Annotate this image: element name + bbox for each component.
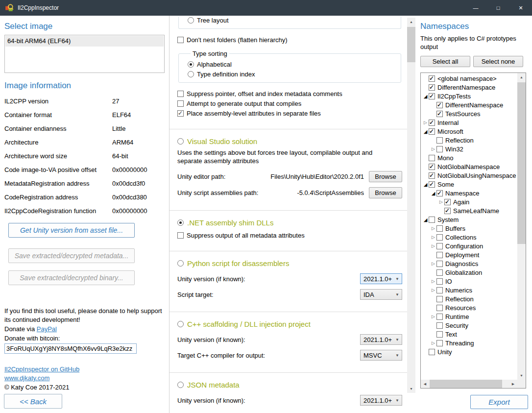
namespace-tree-node[interactable]: Globalization [422,268,517,277]
expander-icon[interactable]: ▷ [430,278,436,285]
back-button[interactable]: << Back [4,394,62,409]
namespace-checkbox[interactable] [429,217,435,223]
namespace-tree-node[interactable]: <global namespace> [422,74,517,83]
namespace-tree-node[interactable]: ▷ Configuration [422,242,517,250]
scrollbar-thumb[interactable] [430,380,502,388]
namespace-checkbox[interactable] [436,305,443,311]
python-script-target-combobox[interactable]: IDA ▼ [360,289,402,300]
expander-icon[interactable]: ◢ [430,190,436,196]
middle-scrollbar[interactable]: ▲ ▼ [407,18,415,393]
namespace-tree-node[interactable]: ▷ Win32 [422,145,517,153]
expander-icon[interactable]: ◢ [422,93,429,99]
namespace-tree-node[interactable]: TestSources [422,109,517,118]
namespace-checkbox[interactable] [436,269,443,276]
namespace-checkbox[interactable] [436,102,443,108]
scroll-left-arrow-icon[interactable]: ◀ [421,380,429,388]
close-button[interactable]: ✕ [509,0,532,16]
scroll-up-arrow-icon[interactable]: ▲ [517,73,526,81]
namespace-checkbox[interactable] [436,111,443,117]
namespace-tree-node[interactable]: ▷ Internal [422,118,517,127]
scrollbar-thumb[interactable] [407,27,415,62]
scrollbar-thumb[interactable] [517,82,526,244]
maximize-button[interactable]: □ [487,0,509,16]
unity-assemblies-path-browse-button[interactable]: Browse [369,187,402,198]
github-link[interactable]: Il2CppInspector on GitHub [4,365,79,373]
namespace-tree-node[interactable]: DifferentNamespace [422,83,517,92]
namespace-checkbox[interactable] [436,234,443,241]
python-script-radio[interactable]: Python script for disassemblers [177,259,402,267]
python-unity-version-combobox[interactable]: 2021.1.0+ ▼ [360,273,402,284]
namespace-tree-node[interactable]: ◢ Some [422,180,517,189]
namespace-checkbox[interactable] [429,349,435,355]
scroll-down-arrow-icon[interactable]: ▼ [517,371,526,380]
namespace-checkbox[interactable] [436,278,443,285]
export-button[interactable]: Export [470,395,528,409]
image-list-item[interactable]: 64-bit ARM64 (ELF64) [5,36,164,47]
namespace-checkbox[interactable] [436,190,443,196]
expander-icon[interactable]: ▷ [430,234,436,241]
alphabetical-radio[interactable]: Alphabetical [188,61,401,68]
namespace-tree-node[interactable]: ▷ Buffers [422,224,517,233]
namespace-tree-node[interactable]: ◢ System [422,215,517,224]
expander-icon[interactable]: ◢ [422,128,429,135]
namespace-tree-node[interactable]: ▷ Diagnostics [422,259,517,268]
minimize-button[interactable]: — [464,0,487,16]
scroll-up-arrow-icon[interactable]: ▲ [407,18,415,26]
expander-icon[interactable]: ▷ [430,287,436,293]
select-none-button[interactable]: Select none [473,56,523,67]
namespace-checkbox[interactable] [444,208,451,214]
namespace-tree-node[interactable]: Reflection [422,136,517,145]
suppress-comments-checkbox[interactable]: Suppress pointer, offset and index metad… [177,90,402,97]
namespace-checkbox[interactable] [436,340,443,346]
namespace-checkbox[interactable] [429,84,435,91]
namespace-checkbox[interactable] [429,120,435,126]
expander-icon[interactable]: ▷ [430,243,436,249]
namespace-tree-node[interactable]: ◢ Microsoft [422,127,517,136]
namespace-tree-node[interactable]: Security [422,321,517,330]
expander-icon[interactable]: ▷ [430,314,436,320]
namespace-checkbox[interactable] [429,75,435,82]
namespace-tree-node[interactable]: ▷ Collections [422,233,517,242]
namespace-checkbox[interactable] [444,199,451,205]
namespace-tree-node[interactable]: NotGlobalNamespace [422,162,517,171]
vs-solution-radio[interactable]: Visual Studio solution [177,137,402,146]
namespace-tree-node[interactable]: NotGlobalUsingNamespace [422,171,517,180]
namespace-checkbox[interactable] [436,314,443,320]
expander-icon[interactable]: ▷ [430,146,436,152]
suppress-attributes-checkbox[interactable]: Suppress output of all metadata attribut… [177,232,402,239]
namespace-tree-node[interactable]: Text [422,330,517,339]
namespace-tree-node[interactable]: Resources [422,303,517,312]
namespace-checkbox[interactable] [436,322,443,329]
namespace-checkbox[interactable] [429,155,435,161]
expander-icon[interactable]: ▷ [422,120,429,126]
namespace-checkbox[interactable] [429,128,435,135]
namespace-checkbox[interactable] [436,296,443,302]
namespace-checkbox[interactable] [436,243,443,249]
namespace-checkbox[interactable] [436,252,443,258]
json-unity-version-combobox[interactable]: 2021.1.0+ ▼ [360,395,402,406]
namespace-checkbox[interactable] [429,164,435,170]
scroll-down-arrow-icon[interactable]: ▼ [407,385,415,393]
flatten-hierarchy-checkbox[interactable]: Don't nest folders (flatten hierarchy) [177,36,402,44]
json-metadata-radio[interactable]: JSON metadata [177,381,402,389]
scroll-right-arrow-icon[interactable]: ▶ [509,380,517,388]
expander-icon[interactable]: ▷ [430,261,436,267]
expander-icon[interactable]: ▷ [430,340,436,346]
tree-vertical-scrollbar[interactable]: ▲ ▼ [517,73,526,380]
namespace-checkbox[interactable] [436,287,443,293]
namespace-checkbox[interactable] [436,225,443,232]
paypal-link[interactable]: PayPal [37,325,57,333]
namespace-checkbox[interactable] [436,146,443,152]
namespace-tree-node[interactable]: Reflection [422,294,517,303]
namespace-tree-node[interactable]: ◢ Namespace [422,189,517,197]
namespace-tree-node[interactable]: ▷ Threading [422,339,517,347]
separate-attributes-checkbox[interactable]: Place assembly-level attributes in separ… [177,110,402,117]
type-definition-index-radio[interactable]: Type definition index [188,71,401,78]
unity-assemblies-path-input[interactable] [258,189,369,196]
namespace-checkbox[interactable] [436,331,443,338]
get-unity-version-button[interactable]: Get Unity version from asset file... [8,223,135,238]
namespace-checkbox[interactable] [429,172,435,179]
namespace-tree-node[interactable]: ▷ IO [422,277,517,286]
namespace-tree-node[interactable]: Unity [422,347,517,356]
compilable-output-checkbox[interactable]: Attempt to generate output that compiles [177,100,402,107]
